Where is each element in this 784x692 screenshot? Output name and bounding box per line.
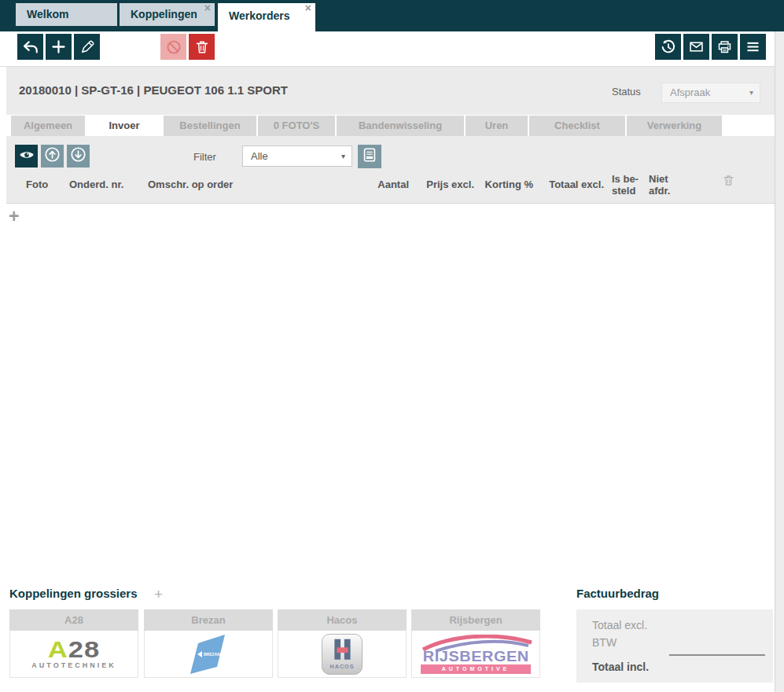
report-icon [361, 146, 378, 167]
status-select[interactable]: Afspraak ▾ [661, 83, 760, 103]
chevron-down-icon: ▾ [749, 83, 753, 102]
a28-logo-text: A28 [48, 639, 101, 661]
status-label: Status [612, 86, 641, 98]
grossier-card-brezan[interactable]: Brezan BREZAN [144, 609, 273, 678]
window-tab-koppelingen[interactable]: Koppelingen g… × [120, 3, 215, 26]
delete-column-icon[interactable] [722, 173, 735, 191]
close-icon[interactable]: × [305, 2, 311, 13]
move-up-button[interactable] [41, 145, 64, 167]
hacos-app-icon: HACOS [322, 634, 363, 675]
tab-algemeen[interactable]: Algemeen [11, 116, 85, 136]
mail-button[interactable] [683, 34, 709, 60]
col-niet-afdr: Niet afdr. [649, 173, 680, 197]
add-grossier-button[interactable]: + [154, 586, 163, 603]
hamburger-icon [745, 39, 761, 55]
close-icon[interactable]: × [204, 2, 211, 13]
history-button[interactable] [655, 34, 681, 60]
undo-icon [22, 39, 39, 55]
plus-icon [50, 39, 67, 55]
filter-select[interactable]: Alle ▾ [242, 145, 352, 167]
block-icon [165, 39, 182, 56]
chevron-down-icon: ▾ [341, 146, 345, 166]
trash-icon [194, 39, 210, 55]
pencil-icon [79, 39, 95, 55]
filter-label: Filter [193, 151, 216, 163]
show-rows-button[interactable] [15, 145, 38, 167]
invoice-heading: Factuurbedrag [576, 587, 659, 600]
grossiers-heading: Koppelingen grossiers [9, 587, 138, 600]
window-tab-bar: Welkom Koppelingen g… × Werkorders × [0, 0, 784, 31]
delete-button[interactable] [189, 34, 215, 60]
grossier-logo-hacos: HACOS [278, 631, 407, 678]
tab-label: Algemeen [24, 120, 72, 131]
brezan-flag-icon: BREZAN [189, 632, 228, 676]
window-tab-werkorders[interactable]: Werkorders × [218, 3, 315, 31]
history-icon [660, 39, 676, 55]
report-button[interactable] [358, 145, 381, 168]
grossier-name: Rijsbergen [411, 609, 540, 631]
col-is-besteld: Is be- steld [612, 173, 645, 197]
grossier-logo-rijsbergen: RIJSBERGEN AUTOMOTIVE [411, 631, 540, 678]
mail-icon [688, 39, 705, 55]
filter-value: Alle [251, 150, 268, 162]
status-value: Afspraak [670, 86, 710, 98]
col-totaal-excl: Totaal excl. [537, 179, 604, 190]
tab-bandenwisseling[interactable]: Bandenwisseling [337, 116, 464, 136]
svg-text:HACOS: HACOS [330, 663, 355, 670]
col-korting: Korting % [476, 179, 533, 190]
col-foto: Foto [26, 179, 48, 190]
tab-label: Checklist [554, 120, 600, 131]
block-button[interactable] [160, 34, 186, 60]
svg-text:BREZAN: BREZAN [204, 652, 220, 657]
window-tab-welkom[interactable]: Welkom [16, 3, 117, 26]
order-title: 20180010 | SP-GT-16 | PEUGEOT 106 1.1 SP… [19, 83, 288, 97]
rijsbergen-logo-text: RIJSBERGEN [423, 650, 529, 663]
invoer-toolbar-area: Filter Alle ▾ Foto Onderd. nr. Omschr. o… [6, 136, 775, 204]
tab-label: Bestellingen [179, 120, 240, 131]
rijsbergen-logo-subtext: AUTOMOTIVE [421, 664, 531, 674]
tab-label: 0 FOTO'S [274, 120, 319, 131]
vertical-scrollbar[interactable] [775, 31, 784, 692]
subtab-strip: Algemeen Invoer Bestellingen 0 FOTO'S Ba… [6, 115, 775, 136]
tab-bestellingen[interactable]: Bestellingen [164, 116, 256, 136]
grossier-card-hacos[interactable]: Hacos HACOS [278, 609, 407, 678]
col-onderd-nr: Onderd. nr. [69, 179, 123, 190]
invoice-btw-label: BTW [592, 636, 617, 649]
tab-fotos[interactable]: 0 FOTO'S [258, 116, 335, 136]
a28-logo-subtext: AUTOTECHNIEK [31, 661, 116, 669]
tab-checklist[interactable]: Checklist [529, 116, 625, 136]
invoice-total-excl-label: Totaal excl. [592, 619, 647, 631]
grossier-name: A28 [9, 609, 138, 631]
grossier-card-a28[interactable]: A28 A28 AUTOTECHNIEK [9, 609, 138, 678]
invoice-panel: Totaal excl. BTW Totaal incl. [576, 609, 773, 683]
invoice-sum-line [669, 654, 765, 656]
add-button[interactable] [46, 34, 72, 60]
invoice-total-incl-label: Totaal incl. [592, 661, 649, 673]
col-aantal: Aantal [350, 179, 409, 190]
tab-verwerking[interactable]: Verwerking [627, 116, 722, 136]
menu-button[interactable] [740, 34, 766, 60]
tab-invoer[interactable]: Invoer [86, 116, 162, 136]
edit-button[interactable] [74, 34, 100, 60]
printer-icon [716, 39, 733, 55]
window-tab-label: Welkom [27, 8, 68, 20]
add-row-button[interactable]: + [9, 208, 19, 224]
tab-label: Invoer [109, 120, 139, 131]
grossier-logo-brezan: BREZAN [144, 631, 273, 678]
window-tab-label: Werkorders [229, 9, 290, 22]
tab-label: Uren [485, 120, 509, 131]
grossier-card-rijsbergen[interactable]: Rijsbergen RIJSBERGEN AUTOMOTIVE [411, 609, 540, 678]
toolbar [0, 31, 784, 67]
grossier-logo-a28: A28 AUTOTECHNIEK [9, 631, 138, 678]
tab-uren[interactable]: Uren [466, 116, 528, 136]
move-down-button[interactable] [67, 145, 90, 167]
col-omschr-op-order: Omschr. op order [148, 179, 233, 190]
col-prijs-excl: Prijs excl. [417, 179, 474, 190]
tab-label: Bandenwisseling [359, 120, 442, 131]
undo-button[interactable] [17, 34, 43, 60]
tab-label: Verwerking [647, 120, 701, 131]
grossier-name: Hacos [278, 609, 407, 631]
arrow-down-circle-icon [69, 145, 87, 167]
print-button[interactable] [712, 34, 738, 60]
order-header: 20180010 | SP-GT-16 | PEUGEOT 106 1.1 SP… [6, 67, 775, 115]
